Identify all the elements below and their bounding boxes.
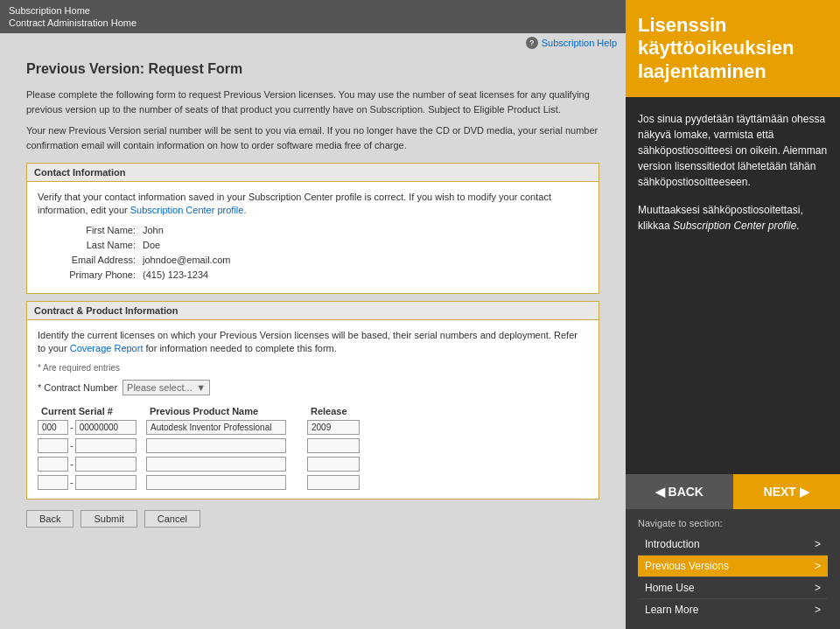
product-name-input-4[interactable] xyxy=(146,475,286,490)
nav-title: Navigate to section: xyxy=(638,518,828,528)
contract-select-text: Please select... xyxy=(127,382,192,393)
last-name-row: Last Name: Doe xyxy=(38,240,588,250)
subscription-center-profile-link[interactable]: Subscription Center profile. xyxy=(130,205,247,215)
nav-item-home-use-arrow: > xyxy=(815,582,821,594)
submit-button[interactable]: Submit xyxy=(80,510,136,528)
phone-row: Primary Phone: (415) 123-1234 xyxy=(38,269,588,280)
page-title: Previous Version: Request Form xyxy=(26,61,599,77)
serial-number-input-4[interactable] xyxy=(75,475,136,490)
nav-item-previous-versions-arrow: > xyxy=(815,560,821,572)
serial-prefix-input-3[interactable] xyxy=(38,457,68,472)
select-arrow-icon: ▼ xyxy=(196,382,206,393)
panel-title: Lisenssin käyttöoikeuksien laajentaminen xyxy=(638,14,828,83)
col-release-header: Release xyxy=(311,406,381,416)
contract-section: Contract & Product Information Identify … xyxy=(26,301,599,500)
product-name-input-2[interactable] xyxy=(146,438,286,453)
next-button[interactable]: NEXT ▶ xyxy=(733,474,841,509)
serial-cell-4: - xyxy=(38,475,143,490)
table-row: - xyxy=(38,475,588,490)
release-input-1[interactable] xyxy=(307,420,360,435)
nav-item-learn-more-label: Learn More xyxy=(645,604,698,616)
col-serial-header: Current Serial # xyxy=(41,406,146,416)
back-label: BACK xyxy=(668,485,704,499)
table-header-row: Current Serial # Previous Product Name R… xyxy=(38,406,588,416)
nav-item-previous-versions-label: Previous Versions xyxy=(645,560,729,572)
serial-prefix-input-1[interactable] xyxy=(38,420,68,435)
empty-rows: - - xyxy=(38,438,588,490)
form-buttons: Back Submit Cancel xyxy=(26,510,599,535)
serial-number-input-1[interactable] xyxy=(75,420,136,435)
orange-header: Lisenssin käyttöoikeuksien laajentaminen xyxy=(626,0,840,97)
serial-number-input-3[interactable] xyxy=(75,457,136,472)
right-panel: Lisenssin käyttöoikeuksien laajentaminen… xyxy=(626,0,840,629)
next-arrow-icon: ▶ xyxy=(800,485,809,499)
nav-item-introduction-arrow: > xyxy=(815,538,821,550)
subscription-help-link[interactable]: Subscription Help xyxy=(542,38,617,48)
contract-admin-home-link[interactable]: Contract Administration Home xyxy=(9,17,617,28)
dash-2: - xyxy=(70,440,74,451)
cancel-button[interactable]: Cancel xyxy=(144,510,200,528)
product-table: Current Serial # Previous Product Name R… xyxy=(38,406,588,490)
left-panel: Subscription Home Contract Administratio… xyxy=(0,0,626,629)
nav-item-home-use-label: Home Use xyxy=(645,582,695,594)
contact-section-body: Verify that your contact information sav… xyxy=(27,182,598,293)
email-label: Email Address: xyxy=(38,255,143,265)
first-name-label: First Name: xyxy=(38,225,143,235)
coverage-report-link[interactable]: Coverage Report xyxy=(70,343,144,353)
body-text-1: Jos sinua pyydetään täyttämään ohessa nä… xyxy=(638,111,828,190)
product-name-input-3[interactable] xyxy=(146,457,286,472)
content-area: Previous Version: Request Form Please co… xyxy=(0,52,626,629)
help-icon: ? xyxy=(526,37,538,49)
col-product-header: Previous Product Name xyxy=(150,406,307,416)
nav-item-home-use[interactable]: Home Use > xyxy=(638,577,828,599)
last-name-label: Last Name: xyxy=(38,240,143,250)
nav-item-learn-more[interactable]: Learn More > xyxy=(638,599,828,620)
serial-prefix-input-2[interactable] xyxy=(38,438,68,453)
intro-text-2: Your new Previous Version serial number … xyxy=(26,123,599,152)
release-input-4[interactable] xyxy=(307,475,360,490)
contract-number-label: * Contract Number xyxy=(38,382,117,393)
phone-label: Primary Phone: xyxy=(38,269,143,280)
help-bar: ? Subscription Help xyxy=(0,33,626,52)
first-name-value: John xyxy=(143,225,164,235)
product-name-input-1[interactable] xyxy=(146,420,286,435)
dash-1: - xyxy=(70,422,74,432)
table-row: - xyxy=(38,457,588,472)
nav-item-introduction-label: Introduction xyxy=(645,538,700,550)
nav-item-introduction[interactable]: Introduction > xyxy=(638,534,828,556)
nav-buttons: ◀ BACK NEXT ▶ xyxy=(626,474,840,509)
contact-section: Contact Information Verify that your con… xyxy=(26,163,599,294)
panel-content: Jos sinua pyydetään täyttämään ohessa nä… xyxy=(626,97,840,474)
first-name-row: First Name: John xyxy=(38,225,588,235)
back-form-button[interactable]: Back xyxy=(26,510,74,528)
serial-prefix-input-4[interactable] xyxy=(38,475,68,490)
phone-value: (415) 123-1234 xyxy=(143,269,208,280)
back-arrow-icon: ◀ xyxy=(655,485,665,499)
nav-item-previous-versions[interactable]: Previous Versions > xyxy=(638,556,828,577)
contract-desc: Identify the current licenses on which y… xyxy=(38,329,588,356)
table-row: - xyxy=(38,420,588,435)
required-note: * Are required entries xyxy=(38,363,588,373)
dash-3: - xyxy=(70,458,74,469)
next-label: NEXT xyxy=(764,485,796,499)
release-input-3[interactable] xyxy=(307,457,360,472)
contract-section-header: Contract & Product Information xyxy=(27,302,598,320)
section-navigation: Navigate to section: Introduction > Prev… xyxy=(626,509,840,629)
contact-section-header: Contact Information xyxy=(27,164,598,182)
contract-number-row: * Contract Number Please select... ▼ xyxy=(38,380,588,395)
contract-number-select[interactable]: Please select... ▼ xyxy=(122,380,210,395)
serial-cell-3: - xyxy=(38,457,143,472)
email-row: Email Address: johndoe@email.com xyxy=(38,255,588,265)
top-navigation: Subscription Home Contract Administratio… xyxy=(0,0,626,33)
nav-item-learn-more-arrow: > xyxy=(815,604,821,616)
serial-cell-1: - xyxy=(38,420,143,435)
last-name-value: Doe xyxy=(143,240,160,250)
serial-cell-2: - xyxy=(38,438,143,453)
contract-section-body: Identify the current licenses on which y… xyxy=(27,320,598,499)
release-input-2[interactable] xyxy=(307,438,360,453)
back-button[interactable]: ◀ BACK xyxy=(626,474,733,509)
email-value: johndoe@email.com xyxy=(143,255,230,265)
serial-number-input-2[interactable] xyxy=(75,438,136,453)
subscription-home-link[interactable]: Subscription Home xyxy=(9,5,617,16)
table-row: - xyxy=(38,438,588,453)
